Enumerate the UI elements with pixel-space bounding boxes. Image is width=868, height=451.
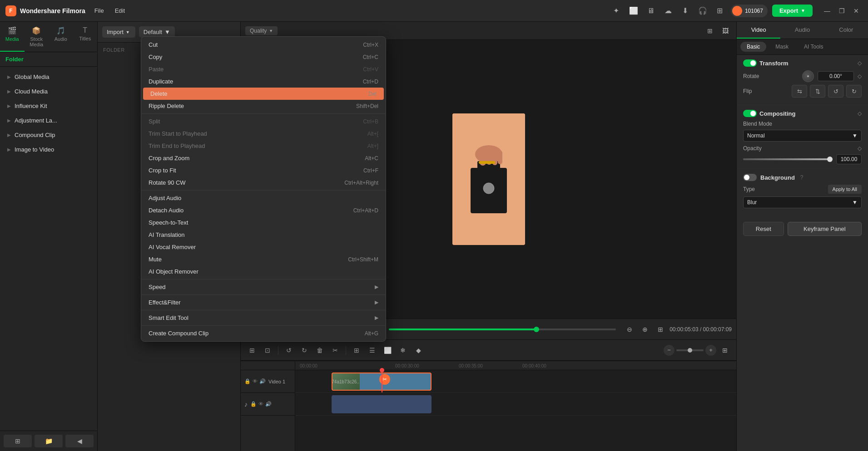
add-track-button[interactable]: ☰ [365,343,379,357]
import-button[interactable]: Import ▼ [102,26,135,38]
delete-button[interactable]: 🗑 [313,343,327,357]
playhead[interactable] [382,370,382,392]
ctx-crop-fit[interactable]: Crop to Fit Ctrl+F [141,164,386,176]
audio-icon[interactable]: 🔊 [265,401,272,407]
ctx-adjust-audio[interactable]: Adjust Audio [141,192,386,204]
rotate-left-button[interactable]: ↺ [828,85,843,98]
flip-vertical-button[interactable]: ⇅ [810,85,825,98]
background-help-icon[interactable]: ? [800,174,804,181]
sidebar-item-compound-clip[interactable]: ▶ Compound Clip [2,128,95,142]
eye-icon[interactable]: 👁 [258,401,263,407]
opacity-diamond-icon[interactable]: ◇ [858,145,862,152]
subtab-ai-tools[interactable]: AI Tools [798,42,829,52]
keyframe-button[interactable]: ◆ [412,343,425,357]
grid-view-icon[interactable]: ⊞ [704,25,716,37]
ctx-speed[interactable]: Speed ▶ [141,281,386,293]
audio-clip[interactable] [332,395,432,413]
download-icon[interactable]: ⬇ [679,5,692,17]
menu-edit[interactable]: Edit [110,5,129,16]
blur-type-select[interactable]: Blur ▼ [743,196,862,208]
user-badge[interactable]: 101067 [731,5,768,17]
ctx-mute[interactable]: Mute Ctrl+Shift+M [141,253,386,265]
ctx-delete[interactable]: Delete Del [143,88,384,100]
close-button[interactable]: ✕ [850,5,863,17]
blend-mode-select[interactable]: Normal ▼ [743,130,862,142]
cloud-upload-icon[interactable]: ☁ [662,5,675,17]
sidebar-item-cloud-media[interactable]: ▶ Cloud Media [2,84,95,98]
eye-icon[interactable]: 👁 [253,378,258,384]
magic-icon[interactable]: ✦ [610,5,623,17]
background-toggle[interactable] [743,174,757,181]
monitor-icon[interactable]: 🖥 [645,5,657,17]
maximize-button[interactable]: ❐ [835,5,848,17]
collapse-button[interactable]: ◀ [65,435,94,447]
ctx-split[interactable]: Split Ctrl+B [141,115,386,127]
zoom-out-icon[interactable]: ⊖ [623,323,636,336]
apply-all-button[interactable]: Apply to All [828,185,862,194]
transform-toggle[interactable] [743,59,757,67]
tab-audio[interactable]: Audio [780,22,824,39]
rotate-diamond-icon[interactable]: ◇ [858,73,862,79]
ctx-smart-edit[interactable]: Smart Edit Tool ▶ [141,312,386,324]
image-view-icon[interactable]: 🖼 [719,25,732,37]
tab-video[interactable]: Video [737,22,780,39]
grid-icon[interactable]: ⊞ [714,5,726,17]
ctx-detach-audio[interactable]: Detach Audio Ctrl+Alt+D [141,204,386,216]
keyframe-diamond-icon[interactable]: ◇ [858,60,862,66]
timeline-settings-icon[interactable]: ⊞ [718,343,732,357]
ctx-cut[interactable]: Cut Ctrl+X [141,39,386,51]
lock-icon[interactable]: 🔒 [250,401,257,407]
scissors-icon[interactable]: ✂ [328,343,342,357]
ctx-crop-zoom[interactable]: Crop and Zoom Alt+C [141,152,386,164]
export-button[interactable]: Export ▼ [772,5,813,17]
tab-stock-media[interactable]: 📦 Stock Media [25,22,49,52]
portrait-icon[interactable]: ⬜ [627,5,640,17]
ctx-duplicate[interactable]: Duplicate Ctrl+D [141,75,386,88]
magnet-tool-icon[interactable]: ⊡ [261,343,274,357]
headphones-icon[interactable]: 🎧 [696,5,709,17]
add-media-button[interactable]: ⊞ [350,343,363,357]
pip-button[interactable]: ⬜ [381,343,394,357]
ctx-copy[interactable]: Copy Ctrl+C [141,51,386,63]
sidebar-item-adjustment-layer[interactable]: ▶ Adjustment La... [2,113,95,127]
tab-titles[interactable]: T Titles [73,22,98,52]
tab-audio[interactable]: 🎵 Audio [49,22,73,52]
undo-button[interactable]: ↺ [282,343,296,357]
redo-button[interactable]: ↻ [298,343,311,357]
ctx-effect-filter[interactable]: Effect&Filter ▶ [141,296,386,309]
timeline-zoom-out-icon[interactable]: − [664,345,675,356]
tab-media[interactable]: 🎬 Media [0,22,25,52]
ctx-ripple-delete[interactable]: Ripple Delete Shift+Del [141,100,386,112]
quality-selector[interactable]: Quality ▼ [245,26,278,35]
menu-file[interactable]: File [90,5,109,16]
ctx-ai-vocal-remover[interactable]: AI Vocal Remover [141,241,386,253]
reset-button[interactable]: Reset [743,222,784,236]
compositing-diamond-icon[interactable]: ◇ [858,110,862,117]
rotate-value[interactable]: 0.00° [818,71,854,81]
ctx-ai-translation[interactable]: AI Translation [141,229,386,241]
timeline-zoom-slider[interactable] [676,349,704,351]
preview-timebar[interactable] [389,328,616,330]
folder-options-button[interactable]: 📁 [35,435,63,447]
keyframe-panel-button[interactable]: Keyframe Panel [788,222,862,236]
rotate-right-button[interactable]: ↻ [846,85,862,98]
subtab-basic[interactable]: Basic [740,42,766,52]
view-mode-icon[interactable]: ⊞ [654,323,667,336]
lock-icon[interactable]: 🔒 [244,378,251,384]
ctx-rotate-90[interactable]: Rotate 90 CW Ctrl+Alt+Right [141,176,386,189]
opacity-value[interactable]: 100.00 [836,154,862,164]
timeline-zoom-in-icon[interactable]: + [705,345,716,356]
minimize-button[interactable]: — [821,5,833,17]
sidebar-item-image-to-video[interactable]: ▶ Image to Video [2,142,95,157]
ctx-paste[interactable]: Paste Ctrl+V [141,63,386,75]
ctx-ai-object-remover[interactable]: AI Object Remover [141,265,386,278]
flip-horizontal-button[interactable]: ⇆ [792,85,807,98]
audio-icon[interactable]: 🔊 [259,378,266,384]
sidebar-item-global-media[interactable]: ▶ Global Media [2,70,95,84]
add-folder-button[interactable]: ⊞ [4,435,32,447]
compositing-toggle[interactable] [743,110,757,117]
sidebar-item-influence-kit[interactable]: ▶ Influence Kit [2,99,95,113]
subtab-mask[interactable]: Mask [769,42,795,52]
tab-color[interactable]: Color [824,22,868,39]
opacity-slider[interactable] [743,158,833,160]
